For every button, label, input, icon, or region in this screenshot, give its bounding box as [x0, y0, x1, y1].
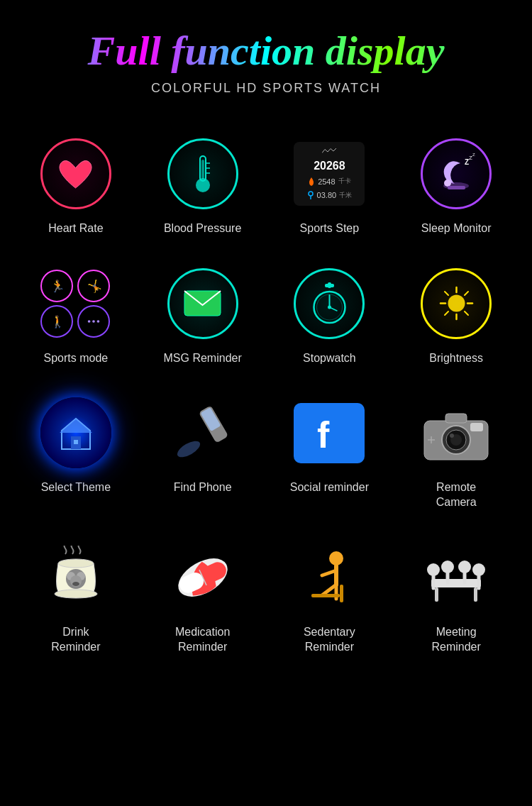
- find-phone-icon-container: [164, 394, 242, 472]
- feature-meeting-reminder[interactable]: Meeting Reminder: [394, 528, 518, 666]
- svg-rect-40: [74, 440, 78, 444]
- sports-step-icon-container: 20268 2548 千卡 03.80 千米: [290, 135, 368, 213]
- feature-social-reminder[interactable]: f Social reminder: [268, 383, 392, 521]
- stopwatch-icon-container: [290, 265, 368, 343]
- feature-blood-pressure[interactable]: Blood Pressure: [141, 124, 265, 247]
- brightness-icon-container: [417, 265, 495, 343]
- svg-rect-71: [474, 587, 477, 602]
- svg-rect-52: [470, 423, 483, 431]
- social-reminder-label: Social reminder: [290, 480, 369, 495]
- svg-line-34: [465, 311, 468, 315]
- svg-point-55: [58, 559, 94, 568]
- brightness-circle: [421, 268, 492, 339]
- blood-pressure-label: Blood Pressure: [164, 221, 241, 236]
- pill-icon: [171, 549, 235, 606]
- camera-icon: [421, 403, 492, 463]
- svg-rect-68: [340, 585, 343, 602]
- stopwatch-circle: [294, 268, 365, 339]
- find-phone-label: Find Phone: [174, 480, 232, 495]
- svg-point-78: [472, 563, 485, 576]
- msg-reminder-label: MSG Reminder: [164, 351, 242, 366]
- sports-sub-fight: 🤸: [77, 270, 110, 302]
- drink-reminder-icon-container: [37, 539, 115, 617]
- svg-rect-69: [431, 579, 481, 587]
- svg-text:🚶: 🚶: [50, 314, 65, 329]
- feature-brightness[interactable]: Brightness: [394, 254, 518, 377]
- brightness-icon: [437, 284, 476, 323]
- distance-row: 03.80 千米: [307, 191, 353, 200]
- heart-icon: [56, 156, 95, 192]
- svg-line-36: [445, 311, 448, 315]
- meeting-reminder-label: Meeting Reminder: [431, 625, 480, 655]
- feature-heart-rate[interactable]: Heart Rate: [14, 124, 138, 247]
- remote-camera-icon-container: [417, 394, 495, 472]
- main-title: Full function display: [14, 28, 518, 74]
- sedentary-icon-container: [290, 539, 368, 617]
- sleep-monitor-icon-container: Z Z Z: [417, 135, 495, 213]
- blood-pressure-icon-container: [164, 135, 242, 213]
- svg-rect-51: [445, 414, 467, 423]
- feature-sports-step[interactable]: 20268 2548 千卡 03.80 千米 Sports Step: [268, 124, 392, 247]
- house-icon: [58, 415, 94, 451]
- brightness-label: Brightness: [429, 351, 483, 366]
- svg-line-33: [445, 292, 448, 295]
- meeting-icon: [421, 547, 492, 607]
- svg-point-28: [448, 295, 465, 312]
- svg-point-12: [444, 180, 451, 187]
- header: Full function display COLORFUL HD SPORTS…: [14, 28, 518, 96]
- feature-msg-reminder[interactable]: MSG Reminder: [141, 254, 265, 377]
- feature-stopwatch[interactable]: Stopwatch: [268, 254, 392, 377]
- feature-find-phone[interactable]: Find Phone: [141, 383, 265, 521]
- feature-drink-reminder[interactable]: Drink Reminder: [14, 528, 138, 666]
- svg-rect-67: [311, 594, 340, 597]
- svg-text:Z: Z: [472, 153, 475, 157]
- svg-text:🏃: 🏃: [50, 278, 65, 293]
- svg-point-61: [55, 590, 97, 598]
- drink-reminder-label: Drink Reminder: [51, 625, 100, 655]
- thermometer-icon: [189, 153, 217, 195]
- sports-mode-icon-container: 🏃 🤸 🚶: [37, 265, 115, 343]
- sleep-monitor-label: Sleep Monitor: [421, 221, 492, 236]
- flashlight-icon: [167, 403, 238, 463]
- svg-point-6: [309, 192, 313, 196]
- select-theme-icon-container: [37, 394, 115, 472]
- sports-sub-more: [77, 305, 110, 338]
- select-theme-label: Select Theme: [41, 480, 111, 495]
- heart-rate-icon-container: [37, 135, 115, 213]
- facebook-icon-bg: f: [294, 403, 365, 463]
- feature-sleep-monitor[interactable]: Z Z Z Sleep Monitor: [394, 124, 518, 247]
- sleep-icon: Z Z Z: [433, 150, 480, 197]
- svg-rect-70: [435, 587, 438, 602]
- blood-pressure-circle: [167, 138, 238, 209]
- svg-point-76: [458, 561, 471, 573]
- svg-point-50: [450, 434, 454, 438]
- feature-select-theme[interactable]: Select Theme: [14, 383, 138, 521]
- feature-sedentary-reminder[interactable]: Sedentary Reminder: [268, 528, 392, 666]
- meeting-icon-container: [417, 539, 495, 617]
- email-icon: [183, 287, 222, 319]
- sports-mode-icons: 🏃 🤸 🚶: [40, 270, 111, 338]
- svg-rect-22: [328, 282, 331, 288]
- svg-point-1: [196, 178, 210, 192]
- heart-rate-circle: [40, 138, 111, 209]
- svg-text:f: f: [317, 414, 330, 453]
- sedentary-reminder-label: Sedentary Reminder: [304, 625, 355, 655]
- svg-point-27: [328, 305, 331, 309]
- step-count: 20268: [314, 160, 345, 172]
- feature-sports-mode[interactable]: 🏃 🤸 🚶: [14, 254, 138, 377]
- features-grid: Heart Rate Blood Pressure: [14, 124, 518, 666]
- calories-row: 2548 千卡: [308, 177, 350, 186]
- svg-rect-13: [448, 186, 465, 189]
- svg-point-72: [427, 563, 440, 576]
- feature-remote-camera[interactable]: Remote Camera: [394, 383, 518, 521]
- facebook-f-icon: f: [311, 414, 347, 453]
- svg-point-43: [174, 438, 202, 460]
- remote-camera-label: Remote Camera: [436, 480, 477, 510]
- svg-point-60: [72, 582, 79, 586]
- svg-point-17: [88, 320, 91, 323]
- sports-mode-label: Sports mode: [44, 351, 109, 366]
- medication-icon-container: [164, 539, 242, 617]
- stopwatch-label: Stopwatch: [303, 351, 356, 366]
- feature-medication-reminder[interactable]: Medication Reminder: [141, 528, 265, 666]
- social-reminder-icon-container: f: [290, 394, 368, 472]
